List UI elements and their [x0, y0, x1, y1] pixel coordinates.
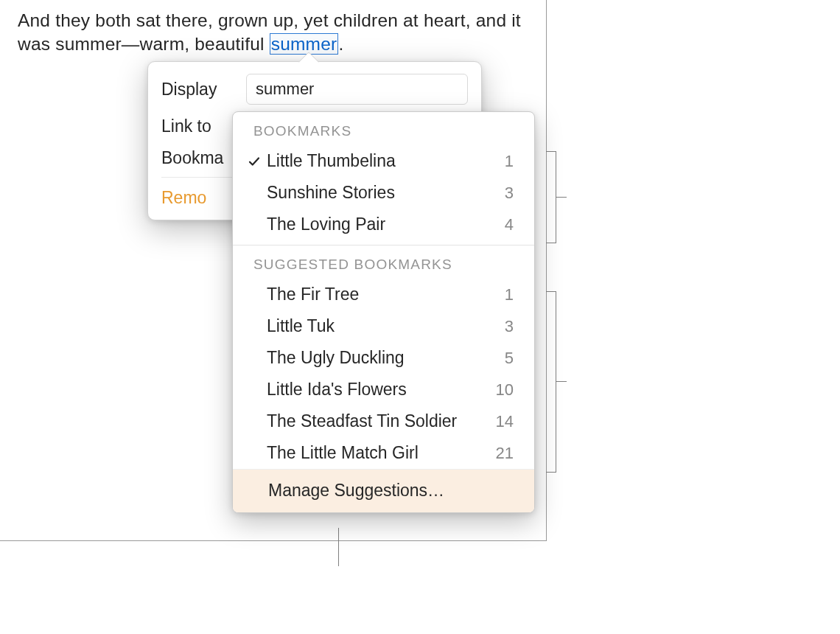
suggested-item[interactable]: Little Ida's Flowers 10 — [233, 374, 534, 405]
suggested-item-label: Little Tuk — [264, 316, 493, 336]
suggested-item-label: The Fir Tree — [264, 285, 493, 304]
suggested-item-label: The Ugly Duckling — [264, 348, 493, 368]
bookmark-item-count: 4 — [493, 215, 514, 234]
suggested-item[interactable]: The Ugly Duckling 5 — [233, 342, 534, 374]
suggested-section-header: SUGGESTED BOOKMARKS — [233, 245, 534, 279]
bookmark-item-count: 1 — [493, 152, 514, 171]
suggested-item-count: 21 — [493, 444, 514, 463]
bookmark-item-count: 3 — [493, 184, 514, 203]
suggested-item[interactable]: The Fir Tree 1 — [233, 279, 534, 310]
suggested-item-count: 5 — [493, 349, 514, 368]
callout-tick-bookmarks — [556, 197, 567, 198]
suggested-item-count: 1 — [493, 285, 514, 304]
suggested-item-count: 3 — [493, 317, 514, 336]
bookmark-dropdown: BOOKMARKS Little Thumbelina 1 Sunshine S… — [232, 111, 535, 513]
manage-suggestions-button[interactable]: Manage Suggestions… — [233, 469, 534, 512]
bookmark-item[interactable]: Little Thumbelina 1 — [233, 145, 534, 177]
suggested-item-count: 14 — [493, 412, 514, 431]
bookmark-item[interactable]: The Loving Pair 4 — [233, 209, 534, 240]
callout-tick-suggested — [556, 381, 567, 382]
bookmark-item[interactable]: Sunshine Stories 3 — [233, 177, 534, 209]
suggested-item-label: The Steadfast Tin Soldier — [264, 411, 493, 431]
bookmark-item-label: The Loving Pair — [264, 215, 493, 234]
callout-bracket-suggested — [546, 291, 556, 473]
check-icon — [245, 155, 264, 168]
callout-line-manage — [338, 528, 339, 566]
document-text-after: . — [338, 34, 343, 54]
suggested-item[interactable]: The Steadfast Tin Soldier 14 — [233, 405, 534, 437]
linked-word[interactable]: summer — [270, 33, 339, 55]
display-input[interactable] — [246, 74, 468, 105]
bookmark-item-label: Sunshine Stories — [264, 183, 493, 203]
bookmarks-section-header: BOOKMARKS — [233, 112, 534, 145]
display-row: Display — [161, 74, 468, 105]
suggested-item-count: 10 — [493, 380, 514, 400]
bookmark-item-label: Little Thumbelina — [264, 151, 493, 171]
callout-bracket-bookmarks — [546, 151, 556, 243]
document-paragraph[interactable]: And they both sat there, grown up, yet c… — [18, 9, 528, 56]
suggested-item-label: The Little Match Girl — [264, 443, 493, 463]
suggested-item-label: Little Ida's Flowers — [264, 380, 493, 400]
suggested-item[interactable]: Little Tuk 3 — [233, 310, 534, 342]
display-label: Display — [161, 80, 246, 100]
suggested-item[interactable]: The Little Match Girl 21 — [233, 437, 534, 469]
